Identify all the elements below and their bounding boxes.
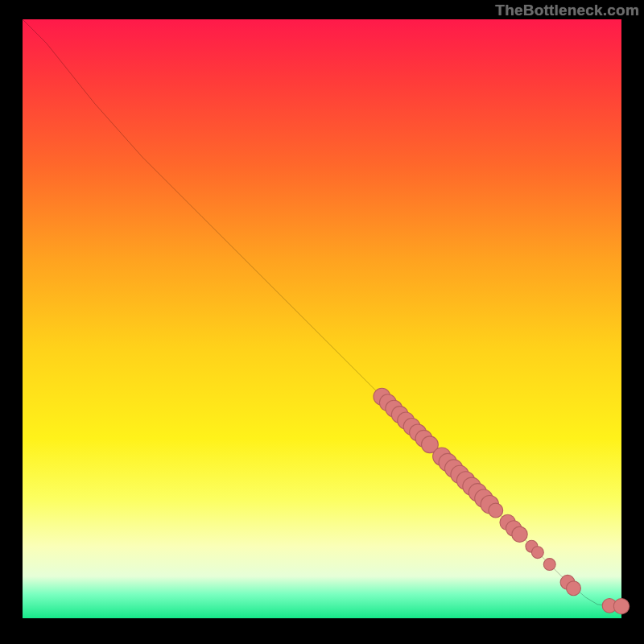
chart-points bbox=[374, 388, 630, 613]
data-point bbox=[531, 547, 543, 559]
chart-svg bbox=[23, 19, 621, 618]
data-point bbox=[489, 503, 503, 518]
watermark-label: TheBottleneck.com bbox=[495, 2, 639, 19]
chart-curve bbox=[23, 19, 621, 606]
data-point bbox=[567, 581, 581, 596]
data-point bbox=[613, 598, 629, 613]
data-point bbox=[543, 559, 555, 571]
data-point bbox=[512, 526, 527, 542]
